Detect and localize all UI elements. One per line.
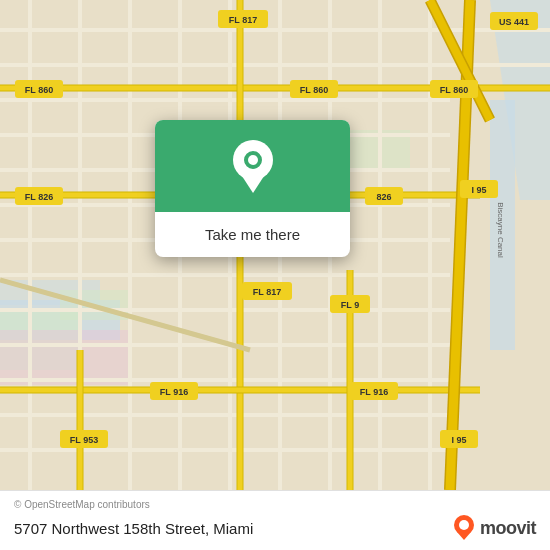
svg-marker-78 (240, 173, 266, 193)
svg-text:FL 817: FL 817 (253, 287, 281, 297)
svg-text:FL 953: FL 953 (70, 435, 98, 445)
map-container: FL 817 US 441 FL 860 FL 860 FL 860 FL 82… (0, 0, 550, 490)
svg-text:FL 860: FL 860 (440, 85, 468, 95)
svg-text:I 95: I 95 (451, 435, 466, 445)
svg-text:FL 860: FL 860 (300, 85, 328, 95)
moovit-pin-icon (452, 514, 476, 542)
svg-text:FL 826: FL 826 (25, 192, 53, 202)
svg-text:FL 817: FL 817 (229, 15, 257, 25)
svg-text:FL 916: FL 916 (160, 387, 188, 397)
svg-text:826: 826 (376, 192, 391, 202)
map-attribution: © OpenStreetMap contributors (14, 499, 536, 510)
svg-text:I 95: I 95 (471, 185, 486, 195)
popup-header (155, 120, 350, 212)
svg-point-80 (248, 155, 258, 165)
moovit-logo: moovit (452, 514, 536, 542)
address-text: 5707 Northwest 158th Street, Miami (14, 520, 253, 537)
svg-marker-82 (457, 532, 471, 540)
take-me-there-button[interactable]: Take me there (165, 224, 340, 245)
popup-card: Take me there (155, 120, 350, 257)
address-row: 5707 Northwest 158th Street, Miami moovi… (14, 514, 536, 542)
popup-body[interactable]: Take me there (155, 212, 350, 257)
svg-text:FL 9: FL 9 (341, 300, 359, 310)
bottom-bar: © OpenStreetMap contributors 5707 Northw… (0, 490, 550, 550)
moovit-brand-text: moovit (480, 518, 536, 539)
svg-text:US 441: US 441 (499, 17, 529, 27)
svg-text:Biscayne Canal: Biscayne Canal (496, 202, 505, 258)
svg-text:FL 860: FL 860 (25, 85, 53, 95)
svg-point-83 (459, 520, 469, 530)
svg-text:FL 916: FL 916 (360, 387, 388, 397)
svg-rect-8 (0, 330, 130, 385)
